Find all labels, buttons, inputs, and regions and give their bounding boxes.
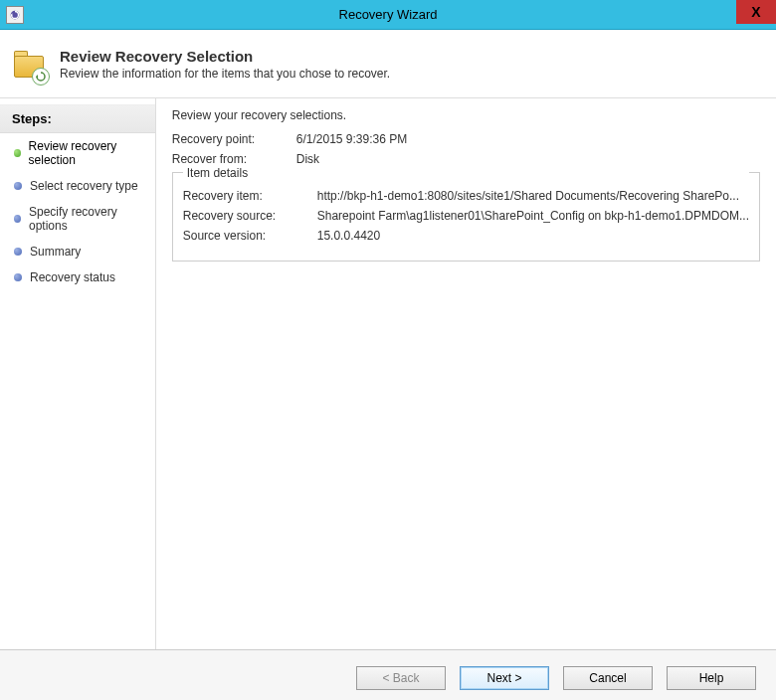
item-details-group: Item details Recovery item: http://bkp-h… — [172, 172, 760, 262]
step-select-recovery-type[interactable]: Select recovery type — [0, 173, 155, 199]
step-bullet-icon — [14, 182, 22, 190]
window-title: Recovery Wizard — [339, 7, 438, 22]
recovery-folder-icon — [12, 48, 48, 84]
recovery-item-label: Recovery item: — [183, 189, 317, 203]
recover-from-value: Disk — [296, 152, 760, 166]
source-version-label: Source version: — [183, 229, 317, 243]
step-label: Specify recovery options — [29, 205, 143, 233]
step-label: Summary — [30, 245, 81, 259]
recovery-point-label: Recovery point: — [172, 132, 296, 146]
recovery-item-value: http://bkp-h1-demo1:8080/sites/site1/Sha… — [317, 189, 749, 203]
next-button[interactable]: Next > — [460, 666, 549, 690]
source-version-value: 15.0.0.4420 — [317, 229, 749, 243]
step-bullet-icon — [14, 248, 22, 256]
recover-from-label: Recover from: — [172, 152, 296, 166]
step-review-recovery-selection[interactable]: Review recovery selection — [0, 133, 155, 173]
step-label: Recovery status — [30, 270, 115, 284]
content-panel: Review your recovery selections. Recover… — [155, 98, 776, 649]
step-specify-recovery-options[interactable]: Specify recovery options — [0, 199, 155, 239]
step-bullet-icon — [14, 215, 21, 223]
step-label: Review recovery selection — [29, 139, 143, 167]
step-bullet-icon — [14, 273, 22, 281]
close-button[interactable]: X — [736, 0, 776, 24]
titlebar: Recovery Wizard X — [0, 0, 776, 30]
wizard-header: Review Recovery Selection Review the inf… — [0, 30, 776, 98]
help-button[interactable]: Help — [667, 666, 756, 690]
step-summary[interactable]: Summary — [0, 239, 155, 264]
page-title: Review Recovery Selection — [60, 48, 390, 65]
back-button: < Back — [356, 666, 446, 690]
recovery-source-value: Sharepoint Farm\ag1listener01\SharePoint… — [317, 209, 749, 223]
item-details-title: Item details — [183, 166, 749, 180]
recovery-point-value: 6/1/2015 9:39:36 PM — [296, 132, 760, 146]
steps-panel: Steps: Review recovery selection Select … — [0, 98, 155, 649]
steps-heading: Steps: — [0, 104, 155, 133]
close-icon: X — [751, 4, 760, 20]
step-label: Select recovery type — [30, 179, 138, 193]
step-recovery-status[interactable]: Recovery status — [0, 264, 155, 290]
app-icon — [6, 6, 24, 24]
intro-text: Review your recovery selections. — [172, 108, 760, 122]
cancel-button[interactable]: Cancel — [563, 666, 653, 690]
page-subtitle: Review the information for the items tha… — [60, 67, 390, 81]
recovery-source-label: Recovery source: — [183, 209, 317, 223]
step-bullet-icon — [14, 149, 21, 157]
wizard-footer: < Back Next > Cancel Help — [0, 650, 776, 700]
